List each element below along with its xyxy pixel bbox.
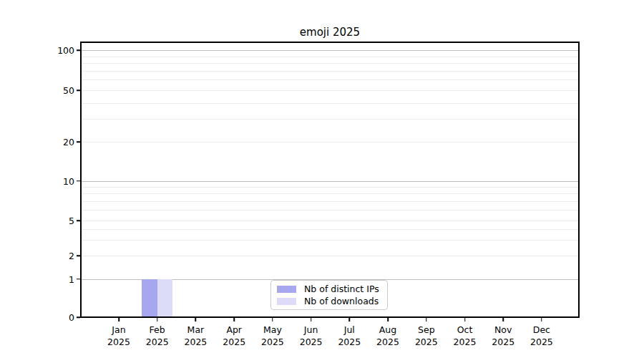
plot-inner [82, 43, 578, 316]
y-tick-label: 100 [57, 45, 74, 56]
y-axis: 0125102050100 [0, 42, 80, 318]
legend-label: Nb of distinct IPs [304, 284, 379, 294]
y-tick-label: 1 [69, 274, 74, 284]
y-tick-label: 20 [63, 137, 74, 147]
minor-gridline [82, 193, 578, 194]
minor-gridline [82, 201, 578, 202]
y-tick-mark [77, 279, 80, 280]
y-tick-label: 5 [69, 216, 74, 226]
y-tick-mark [77, 49, 80, 51]
major-gridline [82, 50, 578, 51]
x-tick-mark [541, 318, 542, 321]
legend-swatch [277, 286, 296, 293]
x-tick-mark [195, 318, 197, 321]
x-tick-mark [233, 318, 235, 321]
y-tick-label: 10 [63, 175, 74, 186]
legend-entry: Nb of distinct IPs [277, 284, 381, 294]
y-tick-mark [77, 180, 80, 182]
minor-gridline [82, 57, 578, 57]
minor-gridline [82, 210, 578, 211]
y-tick-mark [77, 255, 80, 256]
minor-gridline [82, 256, 578, 256]
legend-entry: Nb of downloads [277, 296, 381, 306]
legend: Nb of distinct IPsNb of downloads [270, 280, 388, 310]
x-tick-mark [502, 318, 504, 321]
minor-gridline [82, 187, 578, 188]
x-axis: Jan 2025Feb 2025Mar 2025Apr 2025May 2025… [0, 318, 644, 351]
legend-label: Nb of downloads [304, 296, 379, 306]
legend-swatch [277, 298, 296, 305]
x-tick-mark [157, 318, 158, 321]
x-tick-mark [426, 318, 427, 321]
minor-gridline [82, 79, 578, 80]
x-tick-mark [272, 318, 273, 321]
x-tick-mark [311, 318, 312, 321]
chart-title: emoji 2025 [80, 26, 580, 39]
y-tick-label: 2 [69, 251, 74, 261]
plot-area: Nb of distinct IPsNb of downloads [80, 42, 580, 318]
y-tick-mark [77, 90, 80, 91]
x-tick-mark [349, 318, 351, 321]
y-tick-mark [77, 141, 80, 142]
minor-gridline [82, 90, 578, 91]
minor-gridline [82, 71, 578, 72]
major-gridline [82, 181, 578, 182]
x-tick-mark [387, 318, 389, 321]
y-tick-mark [77, 220, 80, 221]
y-tick-label: 50 [63, 85, 74, 96]
x-tick-mark [464, 318, 466, 321]
minor-gridline [82, 229, 578, 230]
minor-gridline [82, 221, 578, 221]
minor-gridline [82, 240, 578, 241]
bar-distinct-ips [142, 279, 157, 317]
minor-gridline [82, 142, 578, 142]
chart-figure: emoji 2025 Nb of distinct IPsNb of downl… [0, 0, 644, 358]
minor-gridline [82, 119, 578, 120]
minor-gridline [82, 103, 578, 104]
bar-downloads [157, 279, 172, 317]
x-tick-mark [118, 318, 119, 321]
minor-gridline [82, 63, 578, 64]
x-tick-label: Dec 2025 [517, 324, 567, 348]
